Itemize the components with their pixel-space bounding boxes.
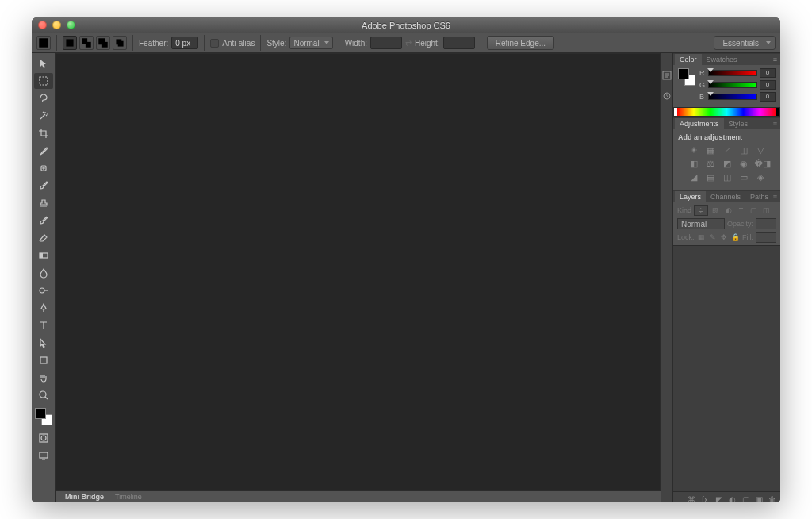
mask-icon[interactable]: ◩ [714, 495, 723, 502]
paths-tab[interactable]: Paths [745, 191, 773, 202]
filter-pixel-icon[interactable]: ▧ [710, 206, 721, 216]
levels-adjustment-icon[interactable]: ▦ [704, 145, 716, 156]
blur-tool[interactable] [34, 265, 53, 281]
shape-tool[interactable] [34, 352, 53, 368]
feather-input[interactable]: 0 px [171, 37, 198, 49]
tool-preset-button[interactable] [36, 36, 51, 50]
gradient-map-icon[interactable]: ▭ [737, 172, 749, 183]
opacity-input[interactable] [756, 218, 776, 229]
adjustment-layer-icon[interactable]: ◐ [727, 495, 737, 502]
r-label: R [699, 69, 706, 77]
adjustments-tab[interactable]: Adjustments [675, 118, 724, 129]
history-brush-tool[interactable] [34, 213, 53, 229]
swap-wh-icon[interactable]: ⇄ [405, 39, 412, 48]
swatches-tab[interactable]: Swatches [702, 54, 742, 65]
r-slider[interactable] [708, 70, 757, 76]
healing-tool[interactable] [34, 160, 53, 176]
b-value[interactable]: 0 [760, 92, 776, 102]
close-window-button[interactable] [38, 21, 47, 29]
gradient-tool[interactable] [34, 248, 53, 263]
workspace-switcher[interactable]: Essentials [714, 36, 776, 50]
filter-shape-icon[interactable]: ▢ [749, 206, 759, 216]
color-tab[interactable]: Color [675, 54, 702, 65]
g-slider[interactable] [708, 82, 757, 88]
subtract-selection-button[interactable] [96, 36, 110, 50]
eyedropper-tool[interactable] [34, 143, 53, 159]
color-swatch[interactable] [35, 408, 52, 425]
hand-tool[interactable] [34, 370, 53, 386]
exposure-adjustment-icon[interactable]: ◫ [737, 145, 749, 156]
vibrance-adjustment-icon[interactable]: ▽ [754, 145, 766, 156]
color-spectrum[interactable] [673, 107, 780, 117]
wand-tool[interactable] [34, 108, 53, 124]
b-slider[interactable] [708, 94, 757, 100]
brightness-adjustment-icon[interactable]: ☀ [688, 145, 699, 156]
color-mini-swatch[interactable] [678, 68, 695, 86]
posterize-adjustment-icon[interactable]: ▤ [704, 172, 716, 183]
fx-icon[interactable]: fx [700, 495, 710, 502]
brush-tool[interactable] [34, 178, 53, 194]
channels-tab[interactable]: Channels [706, 191, 745, 202]
move-tool[interactable] [34, 56, 53, 71]
pen-tool[interactable] [34, 300, 53, 316]
invert-adjustment-icon[interactable]: ◪ [688, 172, 699, 183]
foreground-color[interactable] [35, 408, 46, 419]
zoom-tool[interactable] [34, 387, 53, 403]
filter-adjust-icon[interactable]: ◐ [723, 206, 733, 216]
bw-adjustment-icon[interactable]: ◩ [721, 159, 733, 169]
photo-filter-icon[interactable]: ◉ [737, 159, 749, 169]
minimize-window-button[interactable] [52, 21, 61, 29]
opacity-label: Opacity: [727, 220, 753, 228]
width-input[interactable] [370, 37, 402, 49]
selective-color-icon[interactable]: ◈ [754, 172, 766, 183]
style-dropdown[interactable]: Normal [289, 37, 332, 49]
r-value[interactable]: 0 [760, 68, 776, 78]
new-layer-icon[interactable]: ▣ [754, 495, 764, 502]
g-value[interactable]: 0 [760, 80, 776, 90]
mini-bridge-tab[interactable]: Mini Bridge [60, 493, 109, 501]
lock-paint-icon[interactable]: ✎ [708, 233, 717, 243]
add-selection-button[interactable] [79, 36, 94, 50]
antialias-checkbox[interactable] [210, 39, 219, 48]
delete-layer-icon[interactable]: 🗑 [768, 495, 777, 502]
dodge-tool[interactable] [34, 283, 53, 298]
path-tool[interactable] [34, 335, 53, 351]
stamp-tool[interactable] [34, 195, 53, 211]
intersect-selection-button[interactable] [113, 36, 127, 50]
history-panel-icon[interactable] [662, 71, 672, 80]
refine-edge-button[interactable]: Refine Edge... [487, 36, 554, 50]
type-tool[interactable] [34, 317, 53, 333]
blend-mode-dropdown[interactable]: Normal [677, 218, 725, 229]
hue-adjustment-icon[interactable]: ◧ [688, 159, 699, 169]
eraser-tool[interactable] [34, 230, 53, 246]
timeline-tab[interactable]: Timeline [110, 493, 147, 501]
curves-adjustment-icon[interactable]: ⟋ [721, 145, 733, 156]
styles-tab[interactable]: Styles [724, 118, 753, 129]
lasso-tool[interactable] [34, 90, 53, 106]
canvas[interactable] [56, 53, 661, 490]
height-input[interactable] [443, 37, 475, 49]
filter-smart-icon[interactable]: ◫ [761, 206, 772, 216]
quickmask-button[interactable] [34, 430, 53, 446]
group-icon[interactable]: ▢ [741, 495, 750, 502]
feather-label: Feather: [139, 39, 168, 48]
fill-input[interactable] [756, 232, 776, 243]
channel-mixer-icon[interactable]: �◨ [754, 159, 766, 169]
crop-tool[interactable] [34, 125, 53, 141]
new-selection-button[interactable] [63, 36, 77, 50]
link-layers-icon[interactable]: ⌘ [687, 495, 696, 502]
lock-transparent-icon[interactable]: ▦ [697, 233, 706, 243]
lock-move-icon[interactable]: ✥ [719, 233, 728, 243]
filter-type-icon[interactable]: T [736, 206, 746, 216]
threshold-adjustment-icon[interactable]: ◫ [721, 172, 733, 183]
lock-label: Lock: [677, 233, 695, 241]
zoom-window-button[interactable] [67, 21, 75, 29]
balance-adjustment-icon[interactable]: ⚖ [704, 159, 716, 169]
properties-panel-icon[interactable] [662, 91, 672, 101]
marquee-tool[interactable] [34, 73, 53, 89]
layer-list[interactable] [673, 245, 780, 491]
lock-all-icon[interactable]: 🔒 [731, 233, 740, 243]
layers-tab[interactable]: Layers [675, 191, 706, 202]
screenmode-button[interactable] [34, 448, 53, 463]
kind-dropdown[interactable]: ≑ [694, 205, 708, 216]
